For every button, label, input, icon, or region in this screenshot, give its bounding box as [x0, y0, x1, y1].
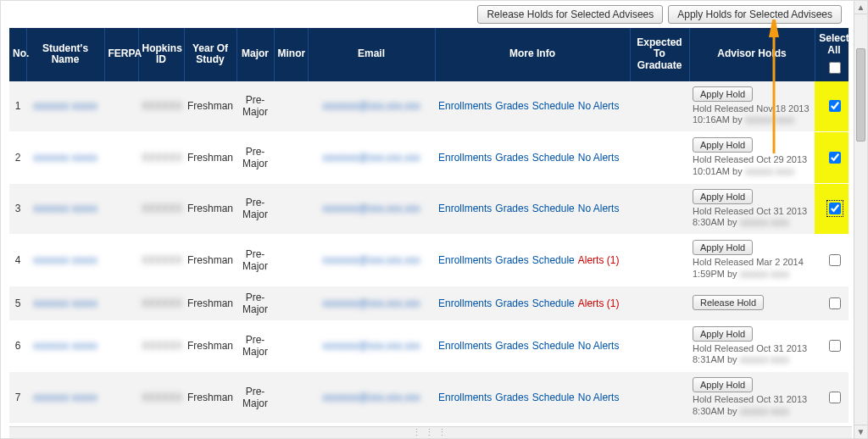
cell-email: xxxxxxx@xxx.xxx.xxx	[308, 183, 435, 235]
select-all-checkbox[interactable]	[829, 62, 841, 74]
row-checkbox[interactable]	[829, 203, 841, 214]
cell-more-info: EnrollmentsGradesScheduleNo Alerts	[435, 372, 630, 424]
enrollments-link[interactable]: Enrollments	[438, 152, 492, 164]
schedule-link[interactable]: Schedule	[532, 203, 575, 214]
apply-hold-button[interactable]: Apply Hold	[693, 86, 753, 102]
grades-link[interactable]: Grades	[495, 297, 528, 309]
row-checkbox[interactable]	[829, 100, 841, 112]
cell-year: Freshman	[184, 320, 236, 372]
grades-link[interactable]: Grades	[495, 340, 528, 352]
cell-more-info: EnrollmentsGradesScheduleNo Alerts	[435, 320, 630, 372]
cell-select[interactable]	[815, 235, 849, 286]
scroll-up-icon[interactable]: ▲	[854, 1, 867, 14]
enrollments-link[interactable]: Enrollments	[438, 297, 492, 309]
cell-select[interactable]	[815, 372, 849, 424]
scroll-down-icon[interactable]: ▼	[854, 425, 867, 438]
enrollments-link[interactable]: Enrollments	[438, 392, 492, 403]
row-checkbox[interactable]	[829, 152, 841, 164]
cell-minor	[274, 183, 308, 235]
apply-hold-button[interactable]: Apply Hold	[693, 326, 753, 342]
scroll-track[interactable]	[854, 14, 867, 425]
enrollments-link[interactable]: Enrollments	[438, 254, 492, 266]
row-checkbox[interactable]	[829, 392, 841, 403]
enrollments-link[interactable]: Enrollments	[438, 203, 492, 214]
cell-minor	[274, 320, 308, 372]
cell-year: Freshman	[184, 132, 236, 184]
row-checkbox[interactable]	[829, 254, 841, 266]
cell-name: xxxxxxx xxxxx	[26, 183, 104, 235]
apply-hold-button[interactable]: Apply Hold	[693, 240, 753, 255]
table-row: 1xxxxxxx xxxxxXXXXXXFreshmanPre-Majorxxx…	[9, 81, 849, 132]
cell-select[interactable]	[815, 132, 849, 184]
alerts-link[interactable]: Alerts (1)	[578, 297, 620, 309]
cell-name: xxxxxxx xxxxx	[26, 81, 104, 132]
cell-no: 1	[9, 81, 26, 132]
no-alerts-link[interactable]: No Alerts	[578, 340, 620, 352]
cell-select[interactable]	[815, 81, 849, 132]
schedule-link[interactable]: Schedule	[532, 152, 575, 164]
cell-no: 2	[9, 132, 26, 184]
apply-hold-button[interactable]: Apply Hold	[693, 377, 753, 392]
advisor-name-redacted: xxxxxx xxxx	[740, 217, 789, 227]
col-advisor-holds: Advisor Holds	[689, 28, 815, 81]
table-row: 5xxxxxxx xxxxxXXXXXXFreshmanPre-Majorxxx…	[9, 286, 849, 320]
cell-email: xxxxxxx@xxx.xxx.xxx	[308, 320, 435, 372]
schedule-link[interactable]: Schedule	[532, 100, 575, 112]
table-row: 4xxxxxxx xxxxxXXXXXXFreshmanPre-Majorxxx…	[9, 235, 849, 286]
grades-link[interactable]: Grades	[495, 392, 528, 403]
cell-email: xxxxxxx@xxx.xxx.xxx	[308, 372, 435, 424]
enrollments-link[interactable]: Enrollments	[438, 100, 492, 112]
release-hold-button[interactable]: Release Hold	[693, 295, 764, 310]
table-row: 7xxxxxxx xxxxxXXXXXXFreshmanPre-Majorxxx…	[9, 372, 849, 424]
cell-select[interactable]	[815, 286, 849, 320]
vertical-scrollbar[interactable]: ▲ ▼	[854, 1, 867, 438]
horizontal-scrollbar[interactable]: ⋮⋮⋮	[9, 426, 852, 438]
schedule-link[interactable]: Schedule	[532, 297, 575, 309]
cell-minor	[274, 372, 308, 424]
no-alerts-link[interactable]: No Alerts	[578, 100, 620, 112]
alerts-link[interactable]: Alerts (1)	[578, 254, 620, 266]
row-checkbox[interactable]	[829, 297, 841, 309]
hold-note: Hold Released Mar 2 2014 1:59PM by xxxxx…	[693, 257, 811, 281]
cell-select[interactable]	[815, 320, 849, 372]
hold-note: Hold Released Oct 31 2013 8:30AM by xxxx…	[693, 206, 811, 230]
apply-hold-button[interactable]: Apply Hold	[693, 137, 753, 153]
scroll-thumb[interactable]	[856, 48, 865, 142]
cell-hid: XXXXXX	[138, 81, 184, 132]
grades-link[interactable]: Grades	[495, 152, 528, 164]
grades-link[interactable]: Grades	[495, 203, 528, 214]
schedule-link[interactable]: Schedule	[532, 254, 575, 266]
cell-select[interactable]	[815, 183, 849, 235]
hopkins-id-redacted: XXXXXX	[142, 297, 182, 309]
cell-email: xxxxxxx@xxx.xxx.xxx	[308, 132, 435, 184]
cell-name: xxxxxxx xxxxx	[26, 235, 104, 286]
email-redacted: xxxxxxx@xxx.xxx.xxx	[323, 152, 420, 164]
col-select-all[interactable]: Select All	[815, 28, 849, 81]
col-student-name: Student's Name	[26, 28, 104, 81]
apply-hold-button[interactable]: Apply Hold	[693, 189, 753, 204]
cell-advisor-holds: Apply HoldHold Released Oct 31 2013 8:30…	[689, 372, 815, 424]
apply-holds-button[interactable]: Apply Holds for Selected Advisees	[668, 5, 842, 24]
row-checkbox[interactable]	[829, 340, 841, 352]
grades-link[interactable]: Grades	[495, 254, 528, 266]
cell-no: 5	[9, 286, 26, 320]
cell-name: xxxxxxx xxxxx	[26, 372, 104, 424]
grades-link[interactable]: Grades	[495, 100, 528, 112]
no-alerts-link[interactable]: No Alerts	[578, 203, 620, 214]
release-holds-button[interactable]: Release Holds for Selected Advisees	[477, 5, 663, 24]
cell-year: Freshman	[184, 81, 236, 132]
hopkins-id-redacted: XXXXXX	[142, 392, 182, 403]
cell-graduate	[630, 320, 689, 372]
no-alerts-link[interactable]: No Alerts	[578, 392, 620, 403]
schedule-link[interactable]: Schedule	[532, 392, 575, 403]
cell-advisor-holds: Apply HoldHold Released Oct 29 2013 10:0…	[689, 132, 815, 184]
schedule-link[interactable]: Schedule	[532, 340, 575, 352]
cell-name: xxxxxxx xxxxx	[26, 320, 104, 372]
email-redacted: xxxxxxx@xxx.xxx.xxx	[323, 297, 420, 309]
cell-graduate	[630, 81, 689, 132]
cell-year: Freshman	[184, 286, 236, 320]
cell-more-info: EnrollmentsGradesScheduleNo Alerts	[435, 81, 630, 132]
cell-more-info: EnrollmentsGradesScheduleAlerts (1)	[435, 286, 630, 320]
enrollments-link[interactable]: Enrollments	[438, 340, 492, 352]
no-alerts-link[interactable]: No Alerts	[578, 152, 620, 164]
